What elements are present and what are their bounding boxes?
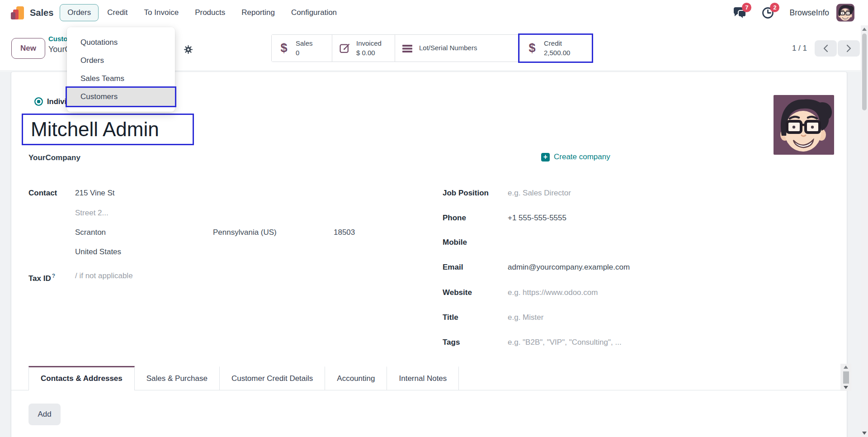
customer-name-input[interactable]: Mitchell Admin	[31, 118, 159, 141]
tutorial-highlight-name: Mitchell Admin	[22, 114, 194, 145]
sales-app-logo-icon	[11, 5, 25, 20]
tab-contacts-addresses[interactable]: Contacts & Addresses	[28, 366, 135, 390]
stat-value: 2,500.00	[544, 48, 570, 57]
record-pager: 1 / 1	[792, 25, 860, 71]
customer-form-sheet: Individual Mitchell Admin YourCompany Cr…	[11, 71, 847, 437]
customer-photo[interactable]	[774, 95, 834, 155]
tags-input[interactable]: e.g. "B2B", "VIP", "Consulting", ...	[508, 337, 622, 347]
create-company-label: Create company	[554, 152, 610, 162]
stat-button-invoiced[interactable]: Invoiced $ 0.00	[332, 35, 395, 62]
menu-item-sales-teams[interactable]: Sales Teams	[67, 70, 175, 88]
gear-icon	[184, 45, 193, 54]
email-label: Email	[443, 262, 463, 272]
phone-input[interactable]: +1 555-555-5555	[508, 213, 566, 223]
new-button[interactable]: New	[11, 38, 45, 59]
pager-value[interactable]: 1 / 1	[792, 44, 807, 53]
user-menu[interactable]: BrowseInfo	[789, 8, 829, 18]
navbar-systray: 7 2 BrowseInfo	[722, 3, 868, 23]
scroll-down-icon[interactable]	[862, 432, 867, 435]
scroll-up-icon[interactable]	[844, 366, 848, 369]
country-select[interactable]: United States	[75, 247, 121, 257]
messages-button[interactable]: 7	[730, 3, 750, 23]
orders-dropdown-menu: Quotations Orders Sales Teams Customers	[67, 27, 175, 112]
scrollbar-thumb[interactable]	[843, 371, 849, 384]
activities-button[interactable]: 2	[758, 3, 778, 23]
notebook-tabbar: Contacts & Addresses Sales & Purchase Cu…	[11, 366, 847, 390]
radio-selected-icon[interactable]	[34, 97, 43, 106]
tax-id-input[interactable]: / if not applicable	[75, 271, 133, 281]
street2-input[interactable]: Street 2...	[75, 208, 108, 218]
pager-previous-button[interactable]	[815, 40, 837, 57]
title-input[interactable]: e.g. Mister	[508, 313, 543, 323]
pager-next-button[interactable]	[838, 40, 860, 57]
top-navbar: Sales Orders Credit To Invoice Products …	[0, 0, 868, 25]
mobile-label: Mobile	[443, 238, 467, 247]
stat-label: Sales	[296, 39, 313, 48]
create-company-link[interactable]: Create company	[541, 152, 610, 162]
activities-badge: 2	[770, 3, 779, 12]
tab-internal-notes[interactable]: Internal Notes	[387, 366, 459, 390]
app-name[interactable]: Sales	[30, 8, 53, 18]
main-menu-bar: Orders Credit To Invoice Products Report…	[60, 4, 344, 21]
tags-label: Tags	[443, 337, 460, 347]
stat-button-lot-serial-numbers[interactable]: Lot/Serial Numbers	[395, 35, 519, 62]
dollar-icon	[278, 41, 290, 55]
edit-pencil-icon	[339, 43, 350, 54]
scroll-up-icon[interactable]	[862, 28, 867, 31]
menu-item-quotations[interactable]: Quotations	[67, 33, 175, 52]
company-name-field[interactable]: YourCompany	[28, 153, 80, 162]
title-label: Title	[443, 313, 458, 323]
action-gear-button[interactable]	[184, 45, 193, 56]
stat-label: Invoiced	[356, 39, 382, 48]
chevron-right-icon	[846, 44, 851, 52]
menu-item-orders[interactable]: Orders	[67, 52, 175, 70]
stat-button-group: Sales 0 Invoiced $ 0.00	[271, 34, 592, 62]
tab-customer-credit-details[interactable]: Customer Credit Details	[220, 366, 325, 390]
user-avatar[interactable]	[836, 4, 854, 22]
menu-reporting[interactable]: Reporting	[234, 4, 283, 21]
phone-label: Phone	[443, 213, 466, 223]
website-input[interactable]: e.g. https://www.odoo.com	[508, 288, 598, 298]
messages-badge: 7	[742, 3, 751, 12]
dollar-icon	[526, 41, 538, 55]
list-bars-icon	[401, 44, 413, 53]
content-area: Individual Mitchell Admin YourCompany Cr…	[0, 71, 868, 437]
menu-products[interactable]: Products	[187, 4, 233, 21]
menu-orders[interactable]: Orders	[60, 4, 99, 21]
state-select[interactable]: Pennsylvania (US)	[213, 228, 277, 238]
job-position-label: Job Position	[443, 188, 489, 198]
scrollbar-thumb[interactable]	[862, 33, 867, 110]
odoo-sales-window: Sales Orders Credit To Invoice Products …	[0, 0, 868, 437]
stat-button-sales[interactable]: Sales 0	[272, 35, 332, 62]
menu-to-invoice[interactable]: To Invoice	[137, 4, 187, 21]
chevron-left-icon	[823, 44, 828, 52]
app-switcher[interactable]: Sales	[0, 5, 53, 20]
menu-item-customers[interactable]: Customers	[67, 88, 175, 106]
plus-square-icon	[541, 153, 550, 162]
menu-credit[interactable]: Credit	[99, 4, 135, 21]
city-input[interactable]: Scranton	[75, 228, 106, 238]
menu-configuration[interactable]: Configuration	[283, 4, 344, 21]
notebook-scrollbar[interactable]	[840, 364, 851, 391]
stat-button-credit[interactable]: Credit 2,500.00	[519, 35, 592, 62]
tab-sales-purchase[interactable]: Sales & Purchase	[135, 366, 220, 390]
stat-value: 0	[296, 48, 313, 57]
scroll-down-icon[interactable]	[844, 386, 848, 389]
stat-value: $ 0.00	[356, 48, 382, 57]
stat-label: Credit	[544, 39, 570, 48]
website-label: Website	[443, 288, 472, 298]
add-contact-button[interactable]: Add	[28, 404, 61, 425]
job-position-input[interactable]: e.g. Sales Director	[508, 188, 571, 198]
zip-input[interactable]: 18503	[334, 228, 355, 238]
contact-label: Contact	[28, 188, 57, 198]
page-scrollbar[interactable]	[861, 25, 868, 437]
tab-accounting[interactable]: Accounting	[325, 366, 387, 390]
email-input[interactable]: admin@yourcompany.example.com	[508, 262, 630, 272]
street-input[interactable]: 215 Vine St	[75, 188, 115, 198]
help-question-icon: ?	[52, 273, 55, 279]
stat-label: Lot/Serial Numbers	[419, 43, 477, 52]
tax-id-label: Tax ID?	[28, 271, 55, 284]
